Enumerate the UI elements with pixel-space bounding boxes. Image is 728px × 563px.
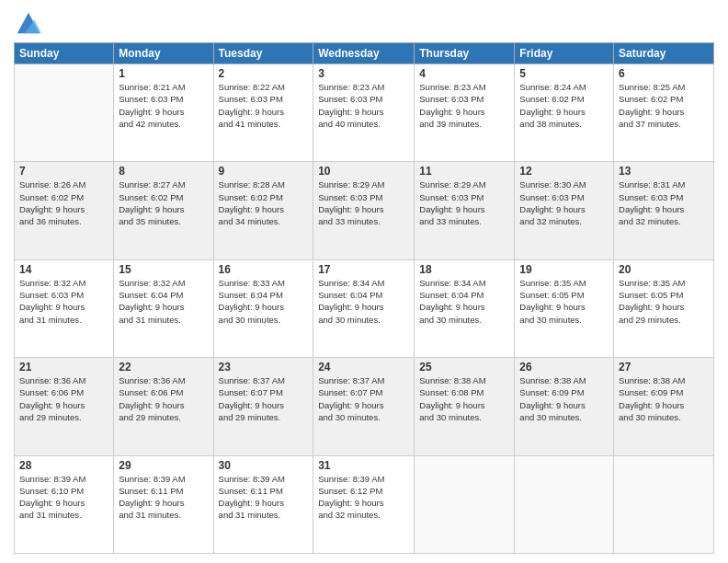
calendar-cell: 2Sunrise: 8:22 AM Sunset: 6:03 PM Daylig… <box>213 64 313 162</box>
logo-icon <box>16 9 41 35</box>
day-info: Sunrise: 8:29 AM Sunset: 6:03 PM Dayligh… <box>318 178 409 227</box>
week-row-1: 7Sunrise: 8:26 AM Sunset: 6:02 PM Daylig… <box>15 162 714 259</box>
calendar-table: SundayMondayTuesdayWednesdayThursdayFrid… <box>14 42 714 554</box>
calendar-cell: 4Sunrise: 8:23 AM Sunset: 6:03 PM Daylig… <box>415 64 515 162</box>
day-number: 12 <box>519 165 609 178</box>
day-info: Sunrise: 8:24 AM Sunset: 6:02 PM Dayligh… <box>519 81 609 130</box>
day-info: Sunrise: 8:22 AM Sunset: 6:03 PM Dayligh… <box>219 81 309 130</box>
calendar-cell: 12Sunrise: 8:30 AM Sunset: 6:03 PM Dayli… <box>515 162 614 259</box>
day-info: Sunrise: 8:37 AM Sunset: 6:07 PM Dayligh… <box>219 374 309 423</box>
day-number: 6 <box>619 67 709 80</box>
day-info: Sunrise: 8:23 AM Sunset: 6:03 PM Dayligh… <box>419 81 509 130</box>
day-info: Sunrise: 8:26 AM Sunset: 6:02 PM Dayligh… <box>19 178 108 227</box>
calendar-cell: 26Sunrise: 8:38 AM Sunset: 6:09 PM Dayli… <box>515 358 614 455</box>
calendar-cell: 15Sunrise: 8:32 AM Sunset: 6:04 PM Dayli… <box>114 259 213 357</box>
logo <box>14 9 41 35</box>
day-info: Sunrise: 8:29 AM Sunset: 6:03 PM Dayligh… <box>419 178 509 227</box>
calendar-cell: 6Sunrise: 8:25 AM Sunset: 6:02 PM Daylig… <box>614 64 714 162</box>
calendar-cell: 14Sunrise: 8:32 AM Sunset: 6:03 PM Dayli… <box>15 259 114 357</box>
day-info: Sunrise: 8:27 AM Sunset: 6:02 PM Dayligh… <box>119 178 208 227</box>
weekday-friday: Friday <box>515 43 614 64</box>
calendar-cell: 24Sunrise: 8:37 AM Sunset: 6:07 PM Dayli… <box>313 358 415 455</box>
day-info: Sunrise: 8:38 AM Sunset: 6:09 PM Dayligh… <box>619 374 709 423</box>
day-info: Sunrise: 8:28 AM Sunset: 6:02 PM Dayligh… <box>219 178 309 227</box>
day-number: 28 <box>19 459 108 472</box>
day-number: 9 <box>219 165 309 178</box>
day-number: 20 <box>619 263 709 276</box>
day-info: Sunrise: 8:36 AM Sunset: 6:06 PM Dayligh… <box>19 374 108 423</box>
calendar-cell: 28Sunrise: 8:39 AM Sunset: 6:10 PM Dayli… <box>15 455 114 553</box>
day-number: 31 <box>318 459 409 472</box>
day-number: 25 <box>419 361 509 373</box>
week-row-3: 21Sunrise: 8:36 AM Sunset: 6:06 PM Dayli… <box>15 358 714 455</box>
day-info: Sunrise: 8:39 AM Sunset: 6:11 PM Dayligh… <box>119 473 208 522</box>
calendar-cell <box>515 455 614 553</box>
day-info: Sunrise: 8:33 AM Sunset: 6:04 PM Dayligh… <box>219 277 309 326</box>
calendar-cell: 17Sunrise: 8:34 AM Sunset: 6:04 PM Dayli… <box>313 259 415 357</box>
calendar-cell: 9Sunrise: 8:28 AM Sunset: 6:02 PM Daylig… <box>213 162 313 259</box>
week-row-0: 1Sunrise: 8:21 AM Sunset: 6:03 PM Daylig… <box>15 64 714 162</box>
weekday-tuesday: Tuesday <box>213 43 313 64</box>
day-number: 30 <box>219 459 309 472</box>
calendar-cell: 18Sunrise: 8:34 AM Sunset: 6:04 PM Dayli… <box>415 259 515 357</box>
calendar-cell: 29Sunrise: 8:39 AM Sunset: 6:11 PM Dayli… <box>114 455 213 553</box>
calendar-cell: 5Sunrise: 8:24 AM Sunset: 6:02 PM Daylig… <box>515 64 614 162</box>
day-info: Sunrise: 8:39 AM Sunset: 6:11 PM Dayligh… <box>219 473 309 522</box>
day-number: 17 <box>318 263 409 276</box>
calendar-cell: 3Sunrise: 8:23 AM Sunset: 6:03 PM Daylig… <box>313 64 415 162</box>
calendar-cell: 22Sunrise: 8:36 AM Sunset: 6:06 PM Dayli… <box>114 358 213 455</box>
day-number: 24 <box>318 361 409 373</box>
calendar-cell: 13Sunrise: 8:31 AM Sunset: 6:03 PM Dayli… <box>614 162 714 259</box>
day-info: Sunrise: 8:39 AM Sunset: 6:10 PM Dayligh… <box>19 473 108 522</box>
week-row-4: 28Sunrise: 8:39 AM Sunset: 6:10 PM Dayli… <box>15 455 714 553</box>
weekday-saturday: Saturday <box>614 43 714 64</box>
calendar-cell <box>415 455 515 553</box>
calendar-cell: 11Sunrise: 8:29 AM Sunset: 6:03 PM Dayli… <box>415 162 515 259</box>
day-number: 19 <box>519 263 609 276</box>
day-info: Sunrise: 8:34 AM Sunset: 6:04 PM Dayligh… <box>419 277 509 326</box>
day-info: Sunrise: 8:30 AM Sunset: 6:03 PM Dayligh… <box>519 178 609 227</box>
day-info: Sunrise: 8:34 AM Sunset: 6:04 PM Dayligh… <box>318 277 409 326</box>
day-info: Sunrise: 8:36 AM Sunset: 6:06 PM Dayligh… <box>119 374 208 423</box>
calendar-cell: 16Sunrise: 8:33 AM Sunset: 6:04 PM Dayli… <box>213 259 313 357</box>
day-info: Sunrise: 8:35 AM Sunset: 6:05 PM Dayligh… <box>619 277 709 326</box>
day-info: Sunrise: 8:38 AM Sunset: 6:08 PM Dayligh… <box>419 374 509 423</box>
day-number: 4 <box>419 67 509 80</box>
calendar-cell <box>15 64 114 162</box>
weekday-header-row: SundayMondayTuesdayWednesdayThursdayFrid… <box>15 43 714 64</box>
calendar-cell: 8Sunrise: 8:27 AM Sunset: 6:02 PM Daylig… <box>114 162 213 259</box>
day-info: Sunrise: 8:21 AM Sunset: 6:03 PM Dayligh… <box>119 81 208 130</box>
calendar-cell <box>614 455 714 553</box>
weekday-monday: Monday <box>114 43 213 64</box>
day-number: 5 <box>519 67 609 80</box>
day-info: Sunrise: 8:32 AM Sunset: 6:03 PM Dayligh… <box>19 277 108 326</box>
day-number: 16 <box>219 263 309 276</box>
calendar-cell: 27Sunrise: 8:38 AM Sunset: 6:09 PM Dayli… <box>614 358 714 455</box>
day-info: Sunrise: 8:23 AM Sunset: 6:03 PM Dayligh… <box>318 81 409 130</box>
day-number: 27 <box>619 361 709 373</box>
day-number: 13 <box>619 165 709 178</box>
day-number: 14 <box>19 263 108 276</box>
day-number: 29 <box>119 459 208 472</box>
calendar-cell: 1Sunrise: 8:21 AM Sunset: 6:03 PM Daylig… <box>114 64 213 162</box>
week-row-2: 14Sunrise: 8:32 AM Sunset: 6:03 PM Dayli… <box>15 259 714 357</box>
calendar-cell: 23Sunrise: 8:37 AM Sunset: 6:07 PM Dayli… <box>213 358 313 455</box>
calendar-body: 1Sunrise: 8:21 AM Sunset: 6:03 PM Daylig… <box>15 64 714 554</box>
day-info: Sunrise: 8:37 AM Sunset: 6:07 PM Dayligh… <box>318 374 409 423</box>
calendar-cell: 21Sunrise: 8:36 AM Sunset: 6:06 PM Dayli… <box>15 358 114 455</box>
day-info: Sunrise: 8:39 AM Sunset: 6:12 PM Dayligh… <box>318 473 409 522</box>
calendar-cell: 25Sunrise: 8:38 AM Sunset: 6:08 PM Dayli… <box>415 358 515 455</box>
day-info: Sunrise: 8:25 AM Sunset: 6:02 PM Dayligh… <box>619 81 709 130</box>
calendar-cell: 30Sunrise: 8:39 AM Sunset: 6:11 PM Dayli… <box>213 455 313 553</box>
day-info: Sunrise: 8:31 AM Sunset: 6:03 PM Dayligh… <box>619 178 709 227</box>
weekday-wednesday: Wednesday <box>313 43 415 64</box>
day-number: 26 <box>519 361 609 373</box>
page: SundayMondayTuesdayWednesdayThursdayFrid… <box>0 0 728 563</box>
calendar-cell: 10Sunrise: 8:29 AM Sunset: 6:03 PM Dayli… <box>313 162 415 259</box>
day-number: 1 <box>119 67 208 80</box>
calendar-cell: 31Sunrise: 8:39 AM Sunset: 6:12 PM Dayli… <box>313 455 415 553</box>
day-number: 8 <box>119 165 208 178</box>
day-number: 2 <box>219 67 309 80</box>
day-info: Sunrise: 8:32 AM Sunset: 6:04 PM Dayligh… <box>119 277 208 326</box>
day-number: 18 <box>419 263 509 276</box>
